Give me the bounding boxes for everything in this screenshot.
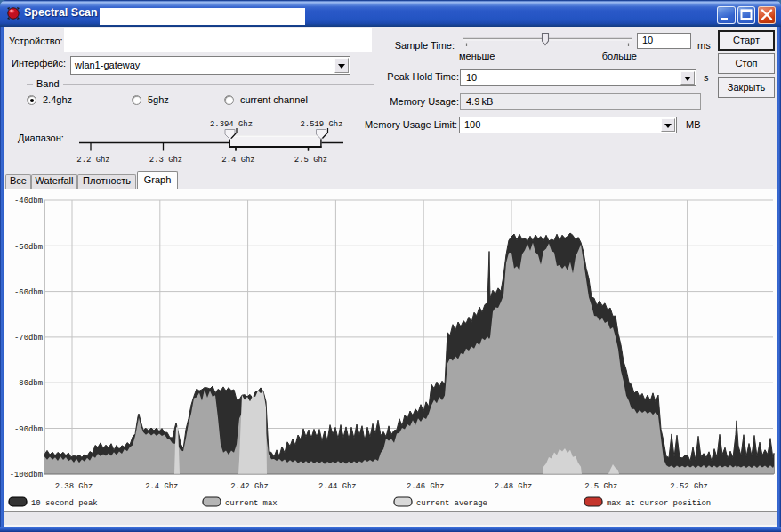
svg-text:2.4 Ghz: 2.4 Ghz xyxy=(221,156,254,165)
svg-text:current max: current max xyxy=(225,499,278,508)
svg-text:-100dbm: -100dbm xyxy=(10,471,43,480)
svg-text:2.5 Ghz: 2.5 Ghz xyxy=(584,482,617,491)
svg-text:10 second peak: 10 second peak xyxy=(31,499,98,508)
svg-text:2.4 Ghz: 2.4 Ghz xyxy=(145,482,178,491)
svg-text:max at cursor position: max at cursor position xyxy=(607,499,711,508)
svg-text:-90dbm: -90dbm xyxy=(14,425,43,434)
svg-text:2.394 Ghz: 2.394 Ghz xyxy=(210,120,253,129)
svg-text:2.52 Ghz: 2.52 Ghz xyxy=(670,482,708,491)
svg-text:-80dbm: -80dbm xyxy=(14,379,43,388)
svg-text:current average: current average xyxy=(416,499,487,508)
svg-text:2.38 Ghz: 2.38 Ghz xyxy=(55,482,93,491)
svg-text:2.519 Ghz: 2.519 Ghz xyxy=(301,120,343,129)
svg-text:-50dbm: -50dbm xyxy=(14,243,43,252)
svg-text:2.2 Ghz: 2.2 Ghz xyxy=(76,156,109,165)
svg-text:2.42 Ghz: 2.42 Ghz xyxy=(230,482,269,491)
svg-text:2.44 Ghz: 2.44 Ghz xyxy=(318,482,357,491)
svg-text:2.48 Ghz: 2.48 Ghz xyxy=(495,482,533,491)
svg-text:2.46 Ghz: 2.46 Ghz xyxy=(407,482,445,491)
svg-text:-70dbm: -70dbm xyxy=(14,334,43,343)
svg-text:2.5 Ghz: 2.5 Ghz xyxy=(294,156,327,165)
svg-text:-60dbm: -60dbm xyxy=(14,288,43,297)
svg-text:2.3 Ghz: 2.3 Ghz xyxy=(149,156,182,165)
svg-text:-40dbm: -40dbm xyxy=(14,197,43,206)
